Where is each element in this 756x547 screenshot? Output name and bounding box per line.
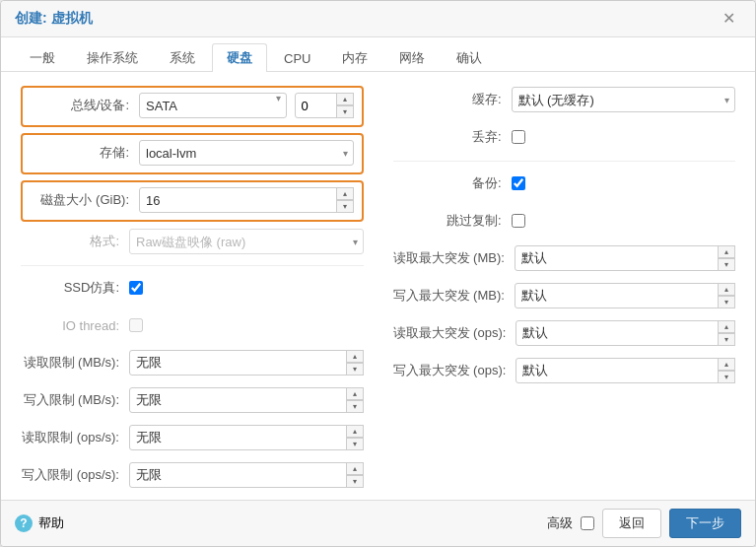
write-limit-mbs-down[interactable]: ▾ bbox=[346, 400, 364, 413]
help-icon[interactable]: ? bbox=[15, 514, 33, 532]
disk-size-input[interactable] bbox=[139, 187, 354, 213]
disk-size-spinners: ▴ ▾ bbox=[336, 187, 354, 213]
io-thread-checkbox bbox=[129, 318, 143, 332]
right-column: 缓存: 默认 (无缓存) 直写 回写 ▾ 丢弃: bbox=[393, 86, 736, 499]
dialog-body: 总线/设备: SATA IDE SCSI VirtIO Block ▾ bbox=[1, 72, 755, 500]
bus-number-spinners: ▴ ▾ bbox=[336, 93, 354, 118]
read-limit-ops-label: 读取限制 (ops/s): bbox=[21, 429, 129, 446]
read-limit-ops-up[interactable]: ▴ bbox=[346, 425, 364, 438]
cache-select[interactable]: 默认 (无缓存) 直写 回写 bbox=[512, 87, 736, 112]
next-button[interactable]: 下一步 bbox=[669, 509, 741, 538]
advanced-checkbox[interactable] bbox=[581, 516, 594, 530]
footer-right: 高级 返回 下一步 bbox=[547, 509, 741, 538]
write-max-burst-mbs-down[interactable]: ▾ bbox=[718, 296, 735, 308]
read-limit-mbs-up[interactable]: ▴ bbox=[346, 350, 364, 363]
read-max-burst-mbs-up[interactable]: ▴ bbox=[718, 245, 735, 258]
bus-num-wrapper: ▴ ▾ bbox=[295, 93, 354, 118]
read-max-burst-mbs-spinners: ▴ ▾ bbox=[718, 245, 735, 271]
format-select: Raw磁盘映像 (raw) bbox=[129, 229, 364, 254]
bus-number-up[interactable]: ▴ bbox=[336, 93, 354, 105]
read-max-burst-ops-up[interactable]: ▴ bbox=[718, 320, 735, 333]
left-column: 总线/设备: SATA IDE SCSI VirtIO Block ▾ bbox=[21, 86, 364, 499]
tab-os[interactable]: 操作系统 bbox=[72, 43, 153, 72]
tab-bar: 一般 操作系统 系统 硬盘 CPU 内存 网络 确认 bbox=[1, 37, 755, 72]
ssd-row: SSD仿真: bbox=[21, 274, 364, 302]
dialog-footer: ? 帮助 高级 返回 下一步 bbox=[1, 500, 755, 546]
storage-select[interactable]: local-lvm bbox=[139, 140, 354, 166]
disk-size-row: 磁盘大小 (GiB): ▴ ▾ bbox=[31, 186, 354, 214]
write-limit-ops-wrapper: ▴ ▾ bbox=[129, 462, 364, 488]
bus-select-wrapper: SATA IDE SCSI VirtIO Block ▾ bbox=[139, 93, 287, 118]
write-limit-ops-spinners: ▴ ▾ bbox=[346, 462, 364, 488]
read-max-burst-mbs-row: 读取最大突发 (MB): ▴ ▾ bbox=[393, 244, 736, 272]
skip-replication-row: 跳过复制: bbox=[393, 207, 736, 235]
write-max-burst-ops-up[interactable]: ▴ bbox=[718, 358, 735, 371]
write-max-burst-ops-down[interactable]: ▾ bbox=[718, 371, 735, 383]
write-limit-mbs-up[interactable]: ▴ bbox=[346, 387, 364, 400]
tab-confirm[interactable]: 确认 bbox=[442, 43, 497, 72]
bus-select[interactable]: SATA IDE SCSI VirtIO Block bbox=[139, 93, 287, 118]
write-max-burst-ops-spinners: ▴ ▾ bbox=[718, 358, 735, 383]
ssd-label: SSD仿真: bbox=[21, 279, 129, 297]
read-limit-mbs-down[interactable]: ▾ bbox=[346, 363, 364, 376]
write-limit-ops-input[interactable] bbox=[129, 462, 364, 488]
write-max-burst-ops-row: 写入最大突发 (ops): ▴ ▾ bbox=[393, 357, 736, 384]
read-max-burst-ops-wrapper: ▴ ▾ bbox=[515, 320, 735, 346]
read-max-burst-mbs-input[interactable] bbox=[515, 245, 735, 271]
skip-replication-label: 跳过复制: bbox=[393, 212, 512, 230]
disk-size-input-wrapper: ▴ ▾ bbox=[139, 187, 354, 213]
cache-label: 缓存: bbox=[393, 91, 512, 108]
tab-general[interactable]: 一般 bbox=[15, 43, 70, 72]
tab-memory[interactable]: 内存 bbox=[327, 43, 382, 72]
discard-checkbox[interactable] bbox=[512, 130, 525, 144]
write-max-burst-mbs-up[interactable]: ▴ bbox=[718, 283, 735, 296]
bus-device-row: 总线/设备: SATA IDE SCSI VirtIO Block ▾ bbox=[31, 92, 354, 119]
backup-checkbox[interactable] bbox=[512, 176, 525, 190]
read-max-burst-mbs-down[interactable]: ▾ bbox=[718, 258, 735, 271]
write-limit-mbs-input[interactable] bbox=[129, 387, 364, 413]
read-max-burst-mbs-wrapper: ▴ ▾ bbox=[515, 245, 735, 271]
read-limit-mbs-input[interactable] bbox=[129, 350, 364, 376]
write-max-burst-mbs-wrapper: ▴ ▾ bbox=[515, 283, 735, 308]
close-button[interactable]: ✕ bbox=[717, 9, 741, 29]
back-button[interactable]: 返回 bbox=[602, 509, 661, 538]
ssd-checkbox-group bbox=[129, 281, 143, 295]
write-max-burst-ops-label: 写入最大突发 (ops): bbox=[393, 362, 516, 379]
tab-system[interactable]: 系统 bbox=[155, 43, 210, 72]
storage-label: 存储: bbox=[31, 144, 139, 162]
format-select-wrapper: Raw磁盘映像 (raw) ▾ bbox=[129, 229, 364, 254]
discard-label: 丢弃: bbox=[393, 128, 512, 146]
write-max-burst-ops-input[interactable] bbox=[515, 358, 735, 383]
read-max-burst-ops-spinners: ▴ ▾ bbox=[718, 320, 735, 346]
storage-select-wrapper: local-lvm ▾ bbox=[139, 140, 354, 166]
disk-size-group: 磁盘大小 (GiB): ▴ ▾ bbox=[21, 180, 364, 222]
backup-row: 备份: bbox=[393, 170, 736, 197]
ssd-checkbox[interactable] bbox=[129, 281, 143, 295]
tab-cpu[interactable]: CPU bbox=[269, 45, 325, 71]
skip-replication-checkbox[interactable] bbox=[512, 214, 525, 228]
bus-number-down[interactable]: ▾ bbox=[336, 105, 354, 118]
read-max-burst-mbs-label: 读取最大突发 (MB): bbox=[393, 249, 515, 267]
write-limit-ops-up[interactable]: ▴ bbox=[346, 462, 364, 475]
tab-network[interactable]: 网络 bbox=[384, 43, 440, 72]
read-max-burst-ops-input[interactable] bbox=[515, 320, 735, 346]
dialog-title: 创建: 虚拟机 bbox=[15, 10, 93, 28]
read-limit-ops-row: 读取限制 (ops/s): ▴ ▾ bbox=[21, 424, 364, 451]
read-limit-ops-wrapper: ▴ ▾ bbox=[129, 425, 364, 450]
format-row: 格式: Raw磁盘映像 (raw) ▾ bbox=[21, 228, 364, 255]
read-max-burst-ops-down[interactable]: ▾ bbox=[718, 333, 735, 346]
read-limit-ops-input[interactable] bbox=[129, 425, 364, 450]
write-max-burst-mbs-input[interactable] bbox=[515, 283, 735, 308]
read-limit-mbs-spinners: ▴ ▾ bbox=[346, 350, 364, 376]
read-limit-ops-down[interactable]: ▾ bbox=[346, 438, 364, 450]
write-limit-ops-down[interactable]: ▾ bbox=[346, 475, 364, 488]
disk-size-up[interactable]: ▴ bbox=[336, 187, 354, 200]
disk-size-down[interactable]: ▾ bbox=[336, 200, 354, 213]
tab-disk[interactable]: 硬盘 bbox=[212, 43, 267, 72]
write-max-burst-ops-wrapper: ▴ ▾ bbox=[515, 358, 735, 383]
write-max-burst-mbs-label: 写入最大突发 (MB): bbox=[393, 287, 515, 305]
help-label: 帮助 bbox=[38, 514, 64, 532]
read-limit-mbs-label: 读取限制 (MB/s): bbox=[21, 354, 129, 372]
main-content: 总线/设备: SATA IDE SCSI VirtIO Block ▾ bbox=[21, 86, 735, 499]
skip-replication-checkbox-group bbox=[512, 214, 525, 228]
